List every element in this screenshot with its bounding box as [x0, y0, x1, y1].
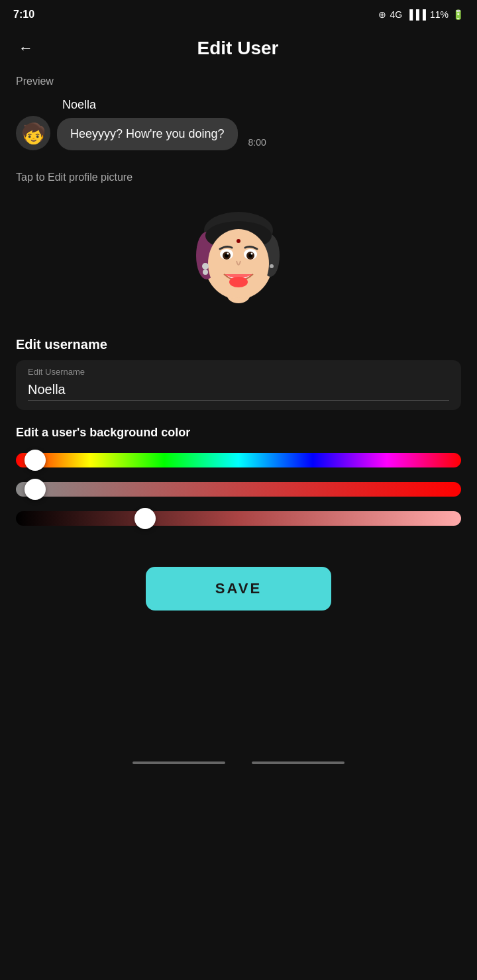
preview-label: Preview [0, 70, 477, 93]
bottom-nav [0, 751, 477, 769]
avatar-emoji: 🧒 [21, 122, 46, 145]
save-section: SAVE [0, 556, 477, 632]
hue-slider[interactable] [16, 453, 461, 467]
svg-point-7 [237, 239, 240, 243]
status-icons: ⊕ 4G ▐▐▐ 11% 🔋 [378, 9, 464, 20]
bluetooth-icon: ⊕ [378, 9, 386, 20]
svg-point-16 [229, 277, 248, 287]
status-time: 7:10 [13, 9, 34, 21]
bottom-spacer [0, 632, 477, 751]
hue-slider-row [16, 453, 461, 470]
username-input-label: Edit Username [28, 367, 449, 377]
header: ← Edit User [0, 26, 477, 70]
tap-to-edit-label: Tap to Edit profile picture [0, 161, 477, 186]
svg-point-17 [202, 263, 209, 270]
back-button[interactable]: ← [13, 37, 38, 60]
saturation-slider[interactable] [16, 482, 461, 497]
profile-picture[interactable] [186, 203, 292, 309]
background-color-section: Edit a user's background color [0, 420, 477, 556]
username-input[interactable] [28, 379, 449, 401]
preview-bubble: Heeyyyy? How're you doing? [57, 118, 238, 150]
back-arrow-icon: ← [19, 40, 33, 56]
profile-avatar-svg [186, 203, 292, 309]
page-title: Edit User [38, 38, 437, 59]
preview-username: Noella [62, 98, 461, 112]
signal-icon: ▐▐▐ [406, 9, 426, 20]
nav-line-right [252, 761, 344, 764]
svg-point-14 [227, 253, 229, 255]
profile-picture-container[interactable] [0, 186, 477, 332]
brightness-slider[interactable] [16, 511, 461, 526]
saturation-slider-row [16, 482, 461, 499]
save-button[interactable]: SAVE [146, 567, 331, 611]
nav-line-left [132, 761, 225, 764]
brightness-slider-row [16, 511, 461, 528]
svg-point-15 [251, 253, 253, 255]
background-color-title: Edit a user's background color [16, 426, 461, 440]
edit-username-section: Edit username Edit Username [0, 332, 477, 420]
avatar: 🧒 [16, 116, 50, 150]
username-input-container: Edit Username [16, 360, 461, 410]
svg-point-19 [270, 264, 274, 268]
edit-username-title: Edit username [16, 337, 461, 352]
battery-level: 11% [430, 9, 449, 20]
network-icon: 4G [390, 9, 403, 20]
preview-area: Noella 🧒 Heeyyyy? How're you doing? 8:00 [0, 93, 477, 161]
preview-message-row: 🧒 Heeyyyy? How're you doing? 8:00 [16, 116, 461, 150]
battery-icon: 🔋 [452, 9, 464, 20]
preview-section: Preview Noella 🧒 Heeyyyy? How're you doi… [0, 70, 477, 161]
status-bar: 7:10 ⊕ 4G ▐▐▐ 11% 🔋 [0, 0, 477, 26]
svg-point-18 [203, 270, 208, 275]
preview-time: 8:00 [248, 137, 266, 148]
